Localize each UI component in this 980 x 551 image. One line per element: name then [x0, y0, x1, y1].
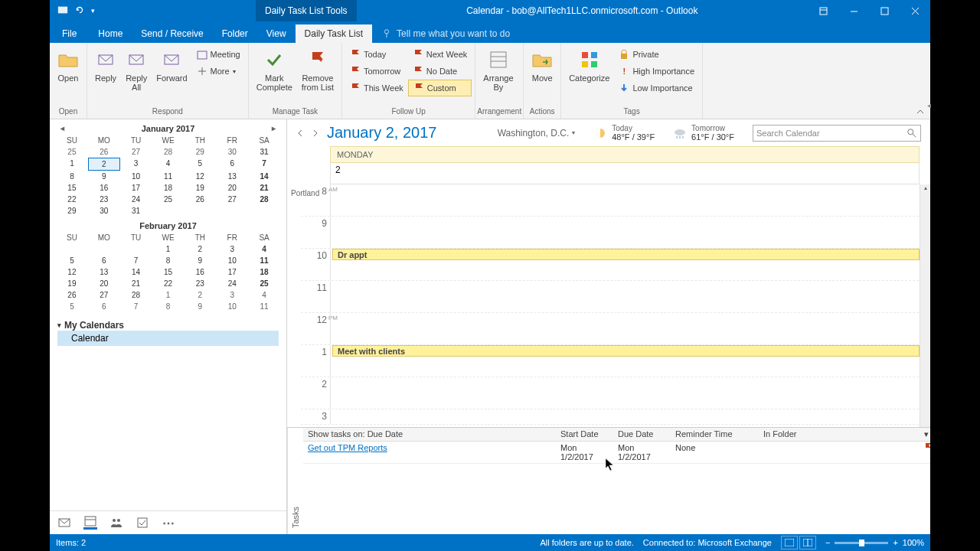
date-cell[interactable]: 19: [56, 278, 88, 289]
col-in-folder[interactable]: In Folder: [759, 428, 920, 441]
date-cell[interactable]: 10: [216, 255, 248, 266]
date-cell[interactable]: 31: [248, 146, 280, 158]
tab-view[interactable]: View: [257, 24, 296, 43]
calendar-item[interactable]: Calendar: [57, 331, 279, 346]
ribbon-display-icon[interactable]: [808, 0, 838, 21]
more-button[interactable]: More▾: [192, 63, 245, 80]
my-calendars-header[interactable]: My Calendars: [57, 320, 279, 331]
date-cell[interactable]: 6: [88, 301, 120, 312]
calendar-nav-icon[interactable]: [83, 516, 97, 530]
date-cell[interactable]: 5: [56, 301, 88, 312]
reply-all-button[interactable]: Reply All: [121, 46, 152, 93]
task-flag-icon[interactable]: [920, 442, 930, 463]
date-cell[interactable]: 9: [88, 171, 120, 182]
date-cell[interactable]: 28: [120, 289, 152, 301]
reply-button[interactable]: Reply: [90, 46, 121, 84]
date-cell[interactable]: 2: [184, 243, 216, 255]
scrollbar[interactable]: ▴: [920, 184, 930, 427]
date-cell[interactable]: 12: [56, 266, 88, 278]
close-button[interactable]: [900, 0, 930, 21]
date-cell[interactable]: 5: [184, 158, 216, 171]
tab-folder[interactable]: Folder: [213, 24, 257, 43]
tasks-filter[interactable]: Show tasks on: Due Date: [303, 428, 556, 441]
date-cell[interactable]: 24: [216, 278, 248, 289]
date-cell[interactable]: 23: [88, 194, 120, 205]
date-cell[interactable]: 1: [152, 243, 185, 255]
date-cell[interactable]: 17: [120, 182, 152, 194]
mail-nav-icon[interactable]: [57, 516, 71, 530]
open-button[interactable]: Open: [53, 46, 83, 84]
scroll-up-icon[interactable]: ▴: [920, 184, 930, 195]
tab-daily-task-list[interactable]: Daily Task List: [296, 24, 372, 43]
date-cell[interactable]: 4: [248, 289, 280, 301]
col-start-date[interactable]: Start Date: [556, 428, 613, 441]
prev-month-icon[interactable]: ◂: [60, 124, 64, 132]
date-cell[interactable]: 25: [56, 146, 88, 158]
date-cell[interactable]: 22: [56, 194, 88, 205]
zoom-slider[interactable]: [835, 542, 888, 544]
date-cell[interactable]: 30: [216, 146, 248, 158]
date-cell[interactable]: 8: [152, 255, 185, 266]
date-cell[interactable]: 9: [184, 301, 216, 312]
tab-home[interactable]: Home: [89, 24, 132, 43]
date-cell[interactable]: 4: [152, 158, 185, 171]
minimize-button[interactable]: [838, 0, 869, 21]
arrange-by-button[interactable]: Arrange By: [479, 46, 518, 93]
date-cell[interactable]: 23: [184, 278, 216, 289]
search-calendar-input[interactable]: Search Calendar: [753, 125, 921, 142]
collapse-ribbon-icon[interactable]: [915, 106, 926, 117]
date-cell[interactable]: 11: [152, 171, 185, 182]
date-cell[interactable]: 4: [248, 243, 280, 255]
tell-me-box[interactable]: Tell me what you want to do: [372, 24, 519, 43]
date-cell[interactable]: 11: [248, 301, 280, 312]
date-cell[interactable]: 13: [216, 171, 248, 182]
appt-meet[interactable]: Meet with clients: [332, 345, 920, 357]
date-cell[interactable]: 3: [216, 243, 248, 255]
date-cell[interactable]: 5: [56, 255, 88, 266]
col-due-date[interactable]: Due Date: [613, 428, 671, 441]
date-cell[interactable]: 16: [184, 266, 216, 278]
date-cell[interactable]: 20: [88, 278, 120, 289]
zoom-control[interactable]: − + 100%: [825, 538, 924, 547]
date-cell[interactable]: 15: [152, 266, 185, 278]
tomorrow-flag[interactable]: Tomorrow: [345, 63, 408, 80]
date-cell[interactable]: 11: [248, 255, 280, 266]
date-cell[interactable]: 2: [88, 158, 120, 171]
remove-from-list-button[interactable]: Remove from List: [297, 46, 338, 93]
task-row[interactable]: Get out TPM Reports Mon 1/2/2017 Mon 1/2…: [303, 442, 930, 464]
date-cell[interactable]: 27: [216, 194, 248, 205]
calendar-grid[interactable]: 8AM 9 10Dr appt 11 12PM 1Meet with clien…: [301, 184, 930, 427]
date-cell[interactable]: 6: [88, 255, 120, 266]
date-cell[interactable]: 26: [88, 146, 120, 158]
date-cell[interactable]: 14: [248, 171, 280, 182]
date-cell[interactable]: 29: [56, 205, 88, 217]
forward-button[interactable]: Forward: [152, 46, 191, 84]
date-cell[interactable]: 29: [184, 146, 216, 158]
weather-location[interactable]: Washington, D.C. ▾: [498, 128, 576, 139]
col-reminder[interactable]: Reminder Time: [671, 428, 759, 441]
zoom-out-icon[interactable]: −: [825, 538, 830, 547]
date-cell[interactable]: 27: [88, 289, 120, 301]
low-importance-button[interactable]: Low Importance: [614, 80, 699, 96]
date-cell[interactable]: 8: [56, 171, 88, 182]
view-normal-icon[interactable]: [781, 536, 798, 549]
undo-icon[interactable]: [74, 5, 85, 18]
today-flag[interactable]: Today: [345, 46, 408, 63]
next-month-icon[interactable]: ▸: [272, 124, 276, 132]
date-cell[interactable]: 26: [56, 289, 88, 301]
date-cell[interactable]: 16: [88, 182, 120, 194]
date-cell[interactable]: 18: [152, 182, 185, 194]
mark-complete-button[interactable]: Mark Complete: [252, 46, 297, 93]
date-cell[interactable]: 31: [120, 205, 152, 217]
date-cell[interactable]: 10: [120, 171, 152, 182]
date-cell[interactable]: 28: [248, 194, 280, 205]
appt-dr[interactable]: Dr appt: [332, 249, 920, 260]
date-cell[interactable]: 18: [248, 266, 280, 278]
date-cell[interactable]: 2: [184, 289, 216, 301]
date-cell[interactable]: 28: [152, 146, 185, 158]
tab-send-receive[interactable]: Send / Receive: [132, 24, 212, 43]
date-cell[interactable]: 10: [216, 301, 248, 312]
date-cell[interactable]: 13: [88, 266, 120, 278]
date-cell[interactable]: 1: [152, 289, 185, 301]
date-cell[interactable]: 9: [184, 255, 216, 266]
